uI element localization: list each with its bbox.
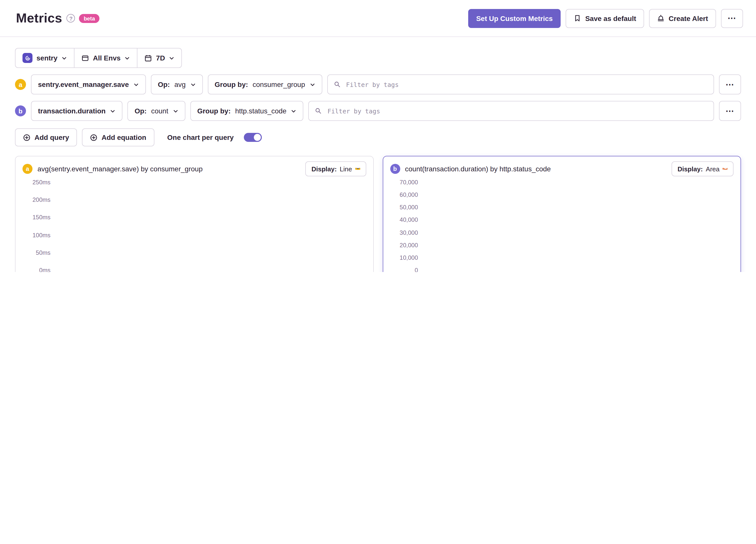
- display-select-a[interactable]: Display: Line: [306, 161, 366, 176]
- search-icon: [315, 107, 322, 114]
- display-select-b[interactable]: Display: Area: [672, 161, 734, 176]
- beta-badge: beta: [79, 14, 99, 23]
- save-as-default-button[interactable]: Save as default: [566, 9, 644, 28]
- y-axis-label: 40,000: [400, 217, 418, 224]
- charts-row: a avg(sentry.event_manager.save) by cons…: [15, 156, 741, 272]
- query-badge-b: b: [15, 105, 26, 116]
- calendar-icon: [145, 54, 152, 62]
- one-chart-per-query-toggle[interactable]: [244, 133, 262, 142]
- header-overflow-button[interactable]: ⋯: [721, 9, 743, 28]
- chevron-down-icon: [310, 82, 315, 87]
- op-select-a[interactable]: Op: avg: [151, 74, 203, 94]
- chart-panel-b[interactable]: b count(transaction.duration) by http.st…: [382, 156, 741, 272]
- page-filter-bar: sentry All Envs 7D: [15, 48, 182, 68]
- environment-selector[interactable]: All Envs: [74, 48, 137, 67]
- chart-panel-a[interactable]: a avg(sentry.event_manager.save) by cons…: [15, 156, 374, 272]
- y-axis-label: 20,000: [400, 242, 418, 249]
- add-equation-button[interactable]: Add equation: [82, 128, 154, 146]
- query-overflow-b[interactable]: ⋯: [719, 101, 741, 121]
- y-axis-label: 150ms: [32, 214, 50, 221]
- chevron-down-icon: [723, 166, 728, 171]
- metric-select-a[interactable]: sentry.event_manager.save: [31, 74, 146, 94]
- y-axis-label: 100ms: [32, 232, 50, 239]
- y-axis-label: 50,000: [400, 204, 418, 211]
- y-axis-label: 0ms: [39, 267, 50, 272]
- project-selector[interactable]: sentry: [15, 48, 74, 67]
- tag-filter-input-a[interactable]: [345, 80, 708, 89]
- query-badge-a: a: [15, 79, 26, 90]
- sentry-logo-icon: [22, 53, 32, 63]
- search-icon: [334, 81, 341, 88]
- one-chart-per-query-label: One chart per query: [167, 133, 234, 141]
- ellipsis-icon: ⋯: [728, 13, 737, 23]
- chevron-down-icon: [125, 55, 130, 61]
- chevron-down-icon: [110, 108, 116, 114]
- add-query-button[interactable]: Add query: [15, 128, 77, 146]
- query-row-b: b transaction.duration Op: count Group b…: [15, 101, 741, 121]
- plus-circle-icon: [90, 134, 97, 141]
- alarm-icon: [657, 14, 665, 22]
- chevron-down-icon: [133, 82, 139, 87]
- y-axis-label: 60,000: [400, 191, 418, 198]
- y-axis-label: 0: [415, 267, 418, 272]
- chevron-down-icon: [61, 55, 67, 61]
- query-overflow-a[interactable]: ⋯: [719, 74, 741, 94]
- y-axis-label: 200ms: [32, 196, 50, 203]
- chevron-down-icon: [190, 82, 196, 87]
- chevron-down-icon: [169, 55, 174, 61]
- plus-circle-icon: [23, 134, 30, 141]
- chart-badge-a: a: [22, 164, 32, 174]
- chart-badge-b: b: [390, 164, 400, 174]
- ellipsis-icon: ⋯: [726, 106, 735, 116]
- area-chart[interactable]: [422, 182, 734, 270]
- top-bar: Metrics ? beta Set Up Custom Metrics Sav…: [0, 0, 756, 37]
- ellipsis-icon: ⋯: [726, 79, 735, 90]
- op-select-b[interactable]: Op: count: [128, 101, 185, 121]
- line-chart[interactable]: [54, 182, 366, 270]
- query-actions: Add query Add equation One chart per que…: [15, 128, 741, 146]
- query-row-a: a sentry.event_manager.save Op: avg Grou…: [15, 74, 741, 94]
- y-axis-label: 30,000: [400, 229, 418, 236]
- groupby-select-b[interactable]: Group by: http.status_code: [190, 101, 303, 121]
- y-axis-label: 10,000: [400, 254, 418, 261]
- groupby-select-a[interactable]: Group by: consumer_group: [208, 74, 322, 94]
- y-axis-label: 70,000: [400, 179, 418, 186]
- y-axis: 250ms200ms150ms100ms50ms0ms: [22, 182, 50, 270]
- y-axis-label: 50ms: [36, 249, 50, 256]
- window-icon: [81, 54, 89, 62]
- chart-title-b: count(transaction.duration) by http.stat…: [405, 165, 667, 173]
- setup-custom-metrics-button[interactable]: Set Up Custom Metrics: [468, 9, 561, 28]
- create-alert-button[interactable]: Create Alert: [649, 9, 716, 28]
- chevron-down-icon: [355, 166, 360, 171]
- tag-filter-b: [309, 101, 714, 121]
- tag-filter-input-b[interactable]: [327, 107, 708, 115]
- bookmark-icon: [574, 14, 581, 22]
- chevron-down-icon: [173, 108, 178, 114]
- y-axis-label: 250ms: [32, 179, 50, 186]
- help-icon[interactable]: ?: [67, 14, 75, 22]
- metric-select-b[interactable]: transaction.duration: [31, 101, 123, 121]
- metrics-page: Metrics ? beta Set Up Custom Metrics Sav…: [0, 0, 756, 272]
- chart-title-a: avg(sentry.event_manager.save) by consum…: [37, 165, 301, 173]
- page-title: Metrics: [16, 10, 62, 26]
- tag-filter-a: [327, 74, 714, 94]
- time-range-selector[interactable]: 7D: [137, 48, 182, 67]
- chevron-down-icon: [291, 108, 297, 114]
- y-axis: 70,00060,00050,00040,00030,00020,00010,0…: [390, 182, 418, 270]
